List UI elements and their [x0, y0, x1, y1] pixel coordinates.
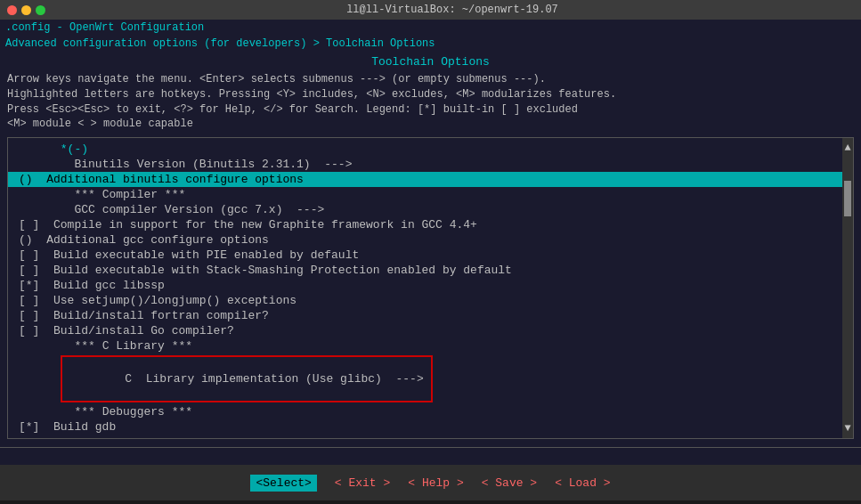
- menu-bar: .config - OpenWrt Configuration: [0, 20, 861, 36]
- back-item[interactable]: *(-): [8, 142, 853, 157]
- list-item[interactable]: Binutils Version (Binutils 2.31.1) --->: [8, 157, 853, 172]
- exit-button[interactable]: < Exit >: [335, 476, 390, 490]
- scroll-up-icon[interactable]: ▲: [844, 142, 850, 154]
- item-label: Use setjump()/longjump() exceptions: [53, 294, 296, 307]
- item-label: Build executable with PIE enabled by def…: [53, 248, 359, 262]
- minimize-button[interactable]: [21, 5, 31, 15]
- list-item: *** Compiler ***: [8, 187, 853, 202]
- help-text: Arrow keys navigate the menu. <Enter> se…: [7, 72, 854, 132]
- help-line-2: Highlighted letters are hotkeys. Pressin…: [7, 87, 854, 102]
- list-item-redbox[interactable]: C Library implementation (Use glibc) ---…: [8, 354, 853, 404]
- list-item: *** C Library ***: [8, 338, 853, 354]
- list-item[interactable]: [ ] Use setjump()/longjump() exceptions: [8, 293, 853, 308]
- list-item[interactable]: [ ] Compile in support for the new Graph…: [8, 217, 853, 232]
- help-button[interactable]: < Help >: [408, 476, 463, 490]
- window-title: ll@ll-VirtualBox: ~/openwrt-19.07: [51, 4, 854, 16]
- item-label: *** C Library ***: [74, 339, 192, 353]
- item-label: Build/install fortran compiler?: [53, 309, 269, 322]
- redbox-label: C Library implementation (Use glibc) ---…: [61, 355, 433, 402]
- item-label: *** Compiler ***: [74, 188, 185, 201]
- list-item: *** Debuggers ***: [8, 404, 853, 419]
- item-label: Additional binutils configure options: [46, 173, 304, 186]
- list-item-selected[interactable]: () Additional binutils configure options: [8, 172, 853, 187]
- config-title: .config - OpenWrt Configuration: [5, 21, 204, 34]
- item-label: Build executable with Stack-Smashing Pro…: [53, 264, 512, 277]
- bottom-divider: [0, 447, 861, 465]
- item-label: Build/install Go compiler?: [53, 324, 234, 337]
- list-item[interactable]: [*] Build gdb: [8, 419, 853, 435]
- item-label: GCC compiler Version (gcc 7.x) --->: [74, 203, 324, 216]
- button-bar: <Select> < Exit > < Help > < Save > < Lo…: [0, 465, 861, 500]
- back-label: *(-): [19, 142, 102, 156]
- save-button[interactable]: < Save >: [482, 476, 537, 490]
- help-line-3: Press <Esc><Esc> to exit, <?> for Help, …: [7, 102, 854, 118]
- scrollbar-thumb[interactable]: [844, 181, 851, 216]
- scrollbar[interactable]: ▲ ▼: [842, 138, 853, 438]
- close-button[interactable]: [7, 5, 17, 15]
- list-item[interactable]: [ ] Build executable with Stack-Smashing…: [8, 263, 853, 278]
- select-button[interactable]: <Select>: [250, 475, 316, 492]
- section-title: Toolchain Options: [7, 55, 854, 69]
- list-item[interactable]: [ ] Build executable with PIE enabled by…: [8, 248, 853, 263]
- list-item[interactable]: GCC compiler Version (gcc 7.x) --->: [8, 202, 853, 217]
- scroll-down-icon[interactable]: ▼: [844, 422, 850, 435]
- maximize-button[interactable]: [36, 5, 45, 15]
- item-label: Compile in support for the new Graphite …: [53, 218, 477, 232]
- breadcrumb-text: Advanced configuration options (for deve…: [5, 37, 435, 50]
- item-label: Binutils Version (Binutils 2.31.1) --->: [74, 158, 352, 171]
- list-item[interactable]: [ ] Build/install Go compiler?: [8, 323, 853, 338]
- list-item[interactable]: [ ] Build/install fortran compiler?: [8, 308, 853, 323]
- help-line-4: <M> module < > module capable: [7, 117, 854, 132]
- help-line-1: Arrow keys navigate the menu. <Enter> se…: [7, 72, 854, 87]
- title-bar: ll@ll-VirtualBox: ~/openwrt-19.07: [0, 0, 861, 20]
- item-label: Build gdb: [53, 420, 116, 434]
- load-button[interactable]: < Load >: [555, 476, 610, 490]
- item-label: *** Debuggers ***: [74, 405, 192, 419]
- status-bar: https://blog.csdn.net/qq_40614144: [0, 500, 861, 504]
- item-label: Additional gcc configure options: [46, 233, 269, 247]
- menu-content: *(-) Binutils Version (Binutils 2.31.1) …: [7, 137, 854, 439]
- traffic-lights: [7, 5, 45, 15]
- terminal-area: Toolchain Options Arrow keys navigate th…: [0, 52, 861, 447]
- list-item[interactable]: () Additional gcc configure options: [8, 232, 853, 248]
- list-item[interactable]: [*] Build gcc libssp: [8, 278, 853, 293]
- item-label: Build gcc libssp: [53, 279, 165, 292]
- breadcrumb: Advanced configuration options (for deve…: [0, 36, 861, 52]
